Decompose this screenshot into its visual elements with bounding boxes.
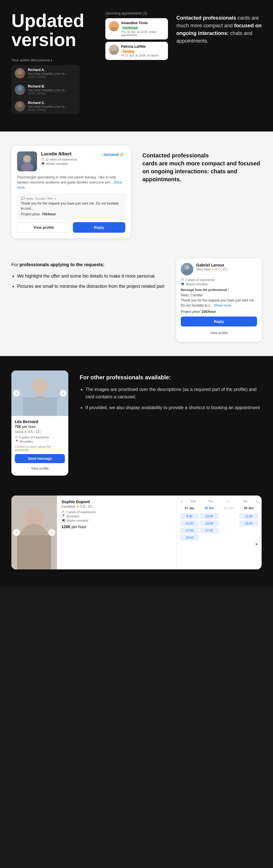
view-profile-button[interactable]: View profile <box>15 465 65 472</box>
contacted-professional-card: Lucette Albert Just joined 🔑 ⏱ 12 years … <box>11 146 131 238</box>
discussion-message: You have forgotten your tools... <box>28 88 68 92</box>
hero-title: Updated version <box>11 11 97 50</box>
professional-rating: Very nice ★ 4.7 (23) <box>196 267 228 271</box>
hero-description: Contacted professionals cards are much m… <box>176 11 262 114</box>
applying-prof-header: Gabriel Leroux Very nice ★ 4.7 (23) <box>181 263 257 275</box>
svg-point-0 <box>18 70 22 74</box>
discussion-item[interactable]: Richard A. You have forgotten your tools… <box>11 65 80 82</box>
message-icon: 💬 <box>21 196 25 200</box>
discussion-name: Richard B. <box>28 84 76 88</box>
appointment-card[interactable]: Patricia Laffitte Pending Fri 17 Jun. at… <box>105 42 168 60</box>
message-sender: 💬 Hello, Camille! Mon ● <box>21 196 121 200</box>
time-slot[interactable]: 12:30 <box>180 520 199 526</box>
time-slot[interactable]: 9:30 <box>180 513 199 519</box>
svg-point-16 <box>185 265 189 269</box>
remote-icon: 💻 <box>181 282 185 286</box>
remote-meta: 💻 Works remotely <box>61 519 172 522</box>
discussion-time: 13:00, 16 Aug <box>28 92 76 95</box>
time-slot[interactable]: 17:00 <box>200 527 219 534</box>
sophie-main-info: Sophie Dupont Excellent ★ 5.0 (23) ⏱ 7 y… <box>57 496 176 569</box>
location-icon: 📍 <box>61 514 65 518</box>
professional-name: Sophie Dupont <box>61 499 172 504</box>
carousel-prev-button[interactable]: ‹ <box>13 529 20 536</box>
hero-desc-text: Contacted professionals cards are much m… <box>176 14 262 45</box>
image-carousel: ‹ › <box>11 371 68 416</box>
svg-point-7 <box>110 27 117 31</box>
message-text: Thank you for the request you have just … <box>21 201 121 211</box>
professional-name: Lucette Albert <box>41 151 72 157</box>
time-slot[interactable]: 17:00 <box>180 527 199 534</box>
availability-note: Contact to learn about the availability <box>15 445 65 452</box>
carousel-prev-button[interactable]: ‹ <box>13 390 20 397</box>
discussion-item[interactable]: Richard B. You have forgotten your tools… <box>11 82 80 98</box>
calendar-nav: ‹ Wed Thu Fri Sat › <box>180 499 258 503</box>
professional-info: Lucette Albert Just joined 🔑 ⏱ 12 years … <box>41 151 125 171</box>
avatar <box>15 68 25 79</box>
svg-rect-24 <box>17 535 51 569</box>
applying-professional-card: Gabriel Leroux Very nice ★ 4.7 (23) ⏱ 2 … <box>176 258 262 342</box>
time-slot-empty <box>200 534 219 541</box>
appointments-title: Upcoming appointments (2) <box>105 11 168 16</box>
discussion-message: You have forgotten your tools at my pl..… <box>28 105 68 108</box>
other-bullets: The images are prioritised over the desc… <box>80 386 262 411</box>
calendar-slots: 9:30 10:00 11:00 12:30 13:00 18:00 17:00… <box>180 513 258 541</box>
reply-button[interactable]: Reply <box>73 222 125 233</box>
section-contacted: Lucette Albert Just joined 🔑 ⏱ 12 years … <box>0 131 273 253</box>
location-meta: 📍 Bruxelles <box>15 439 65 443</box>
discussion-name: Richard A. <box>28 68 76 72</box>
appointment-avatar <box>109 44 119 55</box>
svg-point-6 <box>112 23 116 27</box>
professional-bio: Psychologist specializing in child and p… <box>17 175 125 190</box>
carousel-next-button[interactable]: › <box>60 390 66 397</box>
status-badge: Pending <box>121 50 136 54</box>
calendar-expand-button[interactable]: ▼ <box>180 542 258 546</box>
discussion-info: Richard B. You have forgotten your tools… <box>28 84 76 95</box>
view-profile-button[interactable]: View profile <box>181 329 257 337</box>
avatar <box>15 85 25 95</box>
appointment-card[interactable]: Amandine Tirois Confirmed Thu 16 Jun. at… <box>105 18 168 39</box>
appointment-info: Amandine Tirois Confirmed Thu 16 Jun. at… <box>121 21 165 37</box>
time-slot[interactable]: 18:00 <box>180 534 199 541</box>
applying-prof-info: Gabriel Leroux Very nice ★ 4.7 (23) <box>196 263 228 271</box>
calendar-next-button[interactable]: › <box>254 499 258 503</box>
view-profile-button[interactable]: View profile <box>17 222 70 233</box>
alert-icon: ● <box>228 289 229 291</box>
message-box: 💬 Hello, Camille! Mon ● Thank you for th… <box>17 193 125 219</box>
hero-left: Updated version Your active discussions … <box>11 11 97 114</box>
section-sophie: ‹ › Sophie Dupont Excellent ★ 5.0 (23) ⏱… <box>0 490 273 586</box>
professional-avatar <box>17 151 37 171</box>
applying-desc-heading: For professionals applying to the reques… <box>11 261 165 269</box>
calendar-day-header: Thu <box>202 499 219 503</box>
availability-calendar: ‹ Wed Thu Fri Sat › 17 Jan 18 Jan 19 Jan… <box>176 496 262 569</box>
send-message-button[interactable]: Send message <box>15 454 65 463</box>
remote-meta: 💻 Works remotely <box>181 282 257 286</box>
reply-button[interactable]: Reply <box>181 316 257 327</box>
experience-meta: ⏱ 12 years of experience <box>41 158 125 161</box>
appointment-avatar <box>109 21 119 31</box>
applying-bullet: Pictures are small to minimise the distr… <box>17 283 165 290</box>
professional-price: 120€ per hour <box>61 525 172 529</box>
time-slot[interactable]: 11:00 <box>239 513 258 519</box>
calendar-day-header: Fri <box>219 499 236 503</box>
section-applying: For professionals applying to the reques… <box>0 253 273 356</box>
time-slot[interactable]: 10:00 <box>200 513 219 519</box>
applying-bullets: We highlight the offer and some bio deta… <box>11 273 165 290</box>
message-label: Message from the professional ● <box>181 288 257 291</box>
discussions-card: Richard A. You have forgotten your tools… <box>11 65 80 114</box>
show-more-button[interactable]: Show more <box>214 304 231 307</box>
svg-point-18 <box>32 378 48 394</box>
time-slot-empty <box>219 534 239 541</box>
experience-meta: ⏱ 2 years of experience <box>181 278 257 282</box>
message-time: Mon <box>47 197 53 200</box>
time-slot[interactable]: 18:00 <box>239 520 258 526</box>
experience-meta: ⏱ 5 years of experience <box>15 436 65 439</box>
appointment-name: Patricia Laffitte <box>121 44 165 49</box>
carousel-next-button[interactable]: › <box>48 529 55 536</box>
svg-point-9 <box>110 51 117 55</box>
time-slot[interactable]: 13:00 <box>200 520 219 526</box>
calendar-date: 17 Jan <box>180 506 199 512</box>
other-professional-card: ‹ › Léa Bernard 72€ per hour Good ★ 4.5 … <box>11 371 68 476</box>
discussion-item[interactable]: Richard C. You have forgotten your tools… <box>11 98 80 114</box>
calendar-prev-button[interactable]: ‹ <box>180 499 184 503</box>
star-icon: ★ <box>24 430 27 434</box>
